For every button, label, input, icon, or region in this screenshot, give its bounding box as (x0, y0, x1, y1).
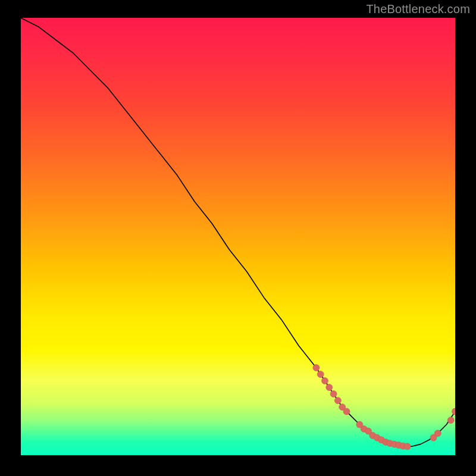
chart-stage: TheBottleneck.com (0, 0, 476, 476)
attribution-label: TheBottleneck.com (366, 2, 470, 16)
plot-gradient-background (21, 18, 455, 455)
